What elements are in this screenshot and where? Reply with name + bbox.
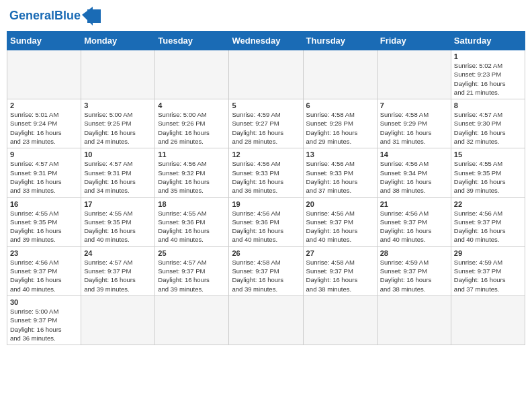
calendar-cell: 24Sunrise: 4:57 AM Sunset: 9:37 PM Dayli… <box>81 246 155 295</box>
day-number: 7 <box>380 101 448 109</box>
week-row-1: 2Sunrise: 5:01 AM Sunset: 9:24 PM Daylig… <box>7 99 525 148</box>
day-number: 11 <box>158 150 226 158</box>
day-number: 29 <box>454 249 522 257</box>
day-number: 5 <box>232 101 300 109</box>
logo-blue-text: Blue <box>54 9 81 22</box>
day-info: Sunrise: 4:57 AM Sunset: 9:37 PM Dayligh… <box>84 258 152 293</box>
weekday-header-saturday: Saturday <box>451 32 525 50</box>
calendar-cell <box>155 50 229 99</box>
day-number: 10 <box>84 150 152 158</box>
day-info: Sunrise: 5:02 AM Sunset: 9:23 PM Dayligh… <box>454 61 522 97</box>
day-info: Sunrise: 4:56 AM Sunset: 9:36 PM Dayligh… <box>232 209 300 244</box>
day-info: Sunrise: 4:57 AM Sunset: 9:37 PM Dayligh… <box>158 258 226 293</box>
day-number: 17 <box>84 200 152 208</box>
calendar-cell: 10Sunrise: 4:57 AM Sunset: 9:31 PM Dayli… <box>81 148 155 197</box>
day-info: Sunrise: 4:58 AM Sunset: 9:37 PM Dayligh… <box>232 258 300 293</box>
day-number: 12 <box>232 150 300 158</box>
day-info: Sunrise: 4:58 AM Sunset: 9:28 PM Dayligh… <box>306 110 374 146</box>
weekday-header-row: SundayMondayTuesdayWednesdayThursdayFrid… <box>7 32 525 50</box>
day-number: 2 <box>10 101 78 109</box>
calendar-cell <box>7 50 81 99</box>
calendar-cell: 22Sunrise: 4:56 AM Sunset: 9:37 PM Dayli… <box>451 197 525 246</box>
calendar-cell: 12Sunrise: 4:56 AM Sunset: 9:33 PM Dayli… <box>229 148 303 197</box>
day-number: 19 <box>232 200 300 208</box>
day-info: Sunrise: 4:56 AM Sunset: 9:33 PM Dayligh… <box>306 159 374 195</box>
day-info: Sunrise: 4:57 AM Sunset: 9:31 PM Dayligh… <box>84 159 152 195</box>
calendar-cell <box>229 50 303 99</box>
day-number: 8 <box>454 101 522 109</box>
day-info: Sunrise: 4:56 AM Sunset: 9:37 PM Dayligh… <box>306 209 374 244</box>
calendar-cell: 17Sunrise: 4:55 AM Sunset: 9:35 PM Dayli… <box>81 197 155 246</box>
calendar-cell: 18Sunrise: 4:55 AM Sunset: 9:36 PM Dayli… <box>155 197 229 246</box>
day-number: 9 <box>10 150 78 158</box>
calendar-cell: 20Sunrise: 4:56 AM Sunset: 9:37 PM Dayli… <box>303 197 377 246</box>
calendar-cell <box>377 50 451 99</box>
day-info: Sunrise: 4:59 AM Sunset: 9:27 PM Dayligh… <box>232 110 300 146</box>
calendar-cell: 8Sunrise: 4:57 AM Sunset: 9:30 PM Daylig… <box>451 99 525 148</box>
calendar-cell: 1Sunrise: 5:02 AM Sunset: 9:23 PM Daylig… <box>451 50 525 99</box>
calendar-cell: 28Sunrise: 4:59 AM Sunset: 9:37 PM Dayli… <box>377 246 451 295</box>
weekday-header-tuesday: Tuesday <box>155 32 229 50</box>
calendar-cell <box>155 295 229 345</box>
calendar-cell: 19Sunrise: 4:56 AM Sunset: 9:36 PM Dayli… <box>229 197 303 246</box>
day-info: Sunrise: 5:00 AM Sunset: 9:25 PM Dayligh… <box>84 110 152 146</box>
calendar-cell: 9Sunrise: 4:57 AM Sunset: 9:31 PM Daylig… <box>7 148 81 197</box>
day-number: 3 <box>84 101 152 109</box>
calendar-cell <box>451 295 525 345</box>
day-number: 22 <box>454 200 522 208</box>
day-number: 16 <box>10 200 78 208</box>
day-number: 4 <box>158 101 226 109</box>
day-number: 18 <box>158 200 226 208</box>
day-number: 14 <box>380 150 448 158</box>
day-info: Sunrise: 4:58 AM Sunset: 9:29 PM Dayligh… <box>380 110 448 146</box>
logo-text: GeneralBlue <box>9 9 81 23</box>
day-number: 24 <box>84 249 152 257</box>
calendar-cell: 3Sunrise: 5:00 AM Sunset: 9:25 PM Daylig… <box>81 99 155 148</box>
day-number: 15 <box>454 150 522 158</box>
week-row-0: 1Sunrise: 5:02 AM Sunset: 9:23 PM Daylig… <box>7 50 525 99</box>
day-number: 20 <box>306 200 374 208</box>
weekday-header-sunday: Sunday <box>7 32 81 50</box>
day-number: 21 <box>380 200 448 208</box>
day-info: Sunrise: 4:55 AM Sunset: 9:35 PM Dayligh… <box>10 209 78 244</box>
calendar-cell: 4Sunrise: 5:00 AM Sunset: 9:26 PM Daylig… <box>155 99 229 148</box>
day-info: Sunrise: 4:56 AM Sunset: 9:33 PM Dayligh… <box>232 159 300 195</box>
day-info: Sunrise: 4:55 AM Sunset: 9:35 PM Dayligh… <box>84 209 152 244</box>
day-info: Sunrise: 4:56 AM Sunset: 9:34 PM Dayligh… <box>380 159 448 195</box>
calendar-table: SundayMondayTuesdayWednesdayThursdayFrid… <box>7 31 525 345</box>
calendar-cell <box>303 50 377 99</box>
day-number: 6 <box>306 101 374 109</box>
calendar-cell: 27Sunrise: 4:58 AM Sunset: 9:37 PM Dayli… <box>303 246 377 295</box>
day-info: Sunrise: 4:58 AM Sunset: 9:37 PM Dayligh… <box>306 258 374 293</box>
calendar-cell: 25Sunrise: 4:57 AM Sunset: 9:37 PM Dayli… <box>155 246 229 295</box>
day-info: Sunrise: 4:59 AM Sunset: 9:37 PM Dayligh… <box>454 258 522 293</box>
day-number: 1 <box>454 52 522 60</box>
week-row-2: 9Sunrise: 4:57 AM Sunset: 9:31 PM Daylig… <box>7 148 525 197</box>
calendar-cell: 6Sunrise: 4:58 AM Sunset: 9:28 PM Daylig… <box>303 99 377 148</box>
calendar-cell: 30Sunrise: 5:00 AM Sunset: 9:37 PM Dayli… <box>7 295 81 345</box>
day-number: 23 <box>10 249 78 257</box>
day-info: Sunrise: 5:00 AM Sunset: 9:37 PM Dayligh… <box>10 307 78 342</box>
day-info: Sunrise: 4:56 AM Sunset: 9:32 PM Dayligh… <box>158 159 226 195</box>
header: GeneralBlue <box>7 7 525 26</box>
calendar-cell: 11Sunrise: 4:56 AM Sunset: 9:32 PM Dayli… <box>155 148 229 197</box>
weekday-header-monday: Monday <box>81 32 155 50</box>
day-number: 26 <box>232 249 300 257</box>
day-info: Sunrise: 4:56 AM Sunset: 9:37 PM Dayligh… <box>380 209 448 244</box>
calendar-cell: 16Sunrise: 4:55 AM Sunset: 9:35 PM Dayli… <box>7 197 81 246</box>
calendar-cell <box>81 295 155 345</box>
calendar-cell: 29Sunrise: 4:59 AM Sunset: 9:37 PM Dayli… <box>451 246 525 295</box>
day-number: 27 <box>306 249 374 257</box>
day-number: 28 <box>380 249 448 257</box>
day-info: Sunrise: 4:55 AM Sunset: 9:36 PM Dayligh… <box>158 209 226 244</box>
week-row-4: 23Sunrise: 4:56 AM Sunset: 9:37 PM Dayli… <box>7 246 525 295</box>
calendar-cell <box>377 295 451 345</box>
day-info: Sunrise: 4:55 AM Sunset: 9:35 PM Dayligh… <box>454 159 522 195</box>
calendar-cell <box>81 50 155 99</box>
logo-general: General <box>9 9 54 22</box>
calendar-cell: 14Sunrise: 4:56 AM Sunset: 9:34 PM Dayli… <box>377 148 451 197</box>
calendar-cell <box>229 295 303 345</box>
day-number: 13 <box>306 150 374 158</box>
calendar-cell: 23Sunrise: 4:56 AM Sunset: 9:37 PM Dayli… <box>7 246 81 295</box>
calendar-cell: 21Sunrise: 4:56 AM Sunset: 9:37 PM Dayli… <box>377 197 451 246</box>
